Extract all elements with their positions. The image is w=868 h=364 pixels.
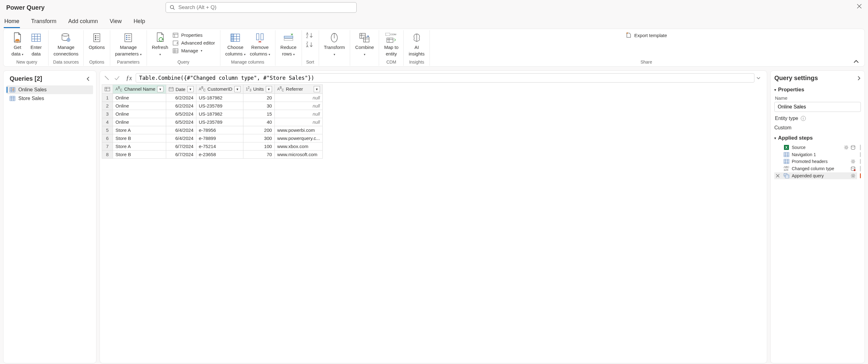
confirm-formula-button[interactable] [114,76,122,80]
table-row[interactable]: 4Online6/5/2024US-23578940null [102,118,323,126]
map-to-entity-button[interactable]: CDM Map to entity [382,31,400,58]
remove-columns-button[interactable]: Remove columns ▾ [248,31,272,58]
tab-view[interactable]: View [109,17,122,27]
properties-button[interactable]: Properties [170,31,204,39]
cell[interactable]: US-235789 [196,118,243,126]
properties-section-toggle[interactable]: ▾ Properties [774,87,861,93]
cell[interactable]: null [275,94,322,102]
table-row[interactable]: 6Store B6/4/2024e-78899300www.powerquery… [102,134,323,142]
applied-step[interactable]: Appended query [774,172,857,179]
type-icon[interactable]: ABC [199,86,206,92]
options-button[interactable]: Options [87,31,107,58]
combine-button[interactable]: Combine ▾ [353,31,376,58]
type-icon[interactable]: ABC [116,86,122,92]
table-row[interactable]: 7Store A6/7/2024e-75214100www.xbox.com [102,142,323,150]
table-row[interactable]: 1Online6/2/2024US-18798220null [102,94,323,102]
cell[interactable]: e-75214 [196,142,243,150]
close-button[interactable] [856,3,862,9]
row-number[interactable]: 7 [102,142,113,150]
cell[interactable]: 6/5/2024 [166,110,196,118]
cell[interactable]: US-235789 [196,102,243,110]
get-data-button[interactable]: Get data ▾ [8,31,27,58]
database-icon[interactable] [850,166,856,171]
column-header[interactable]: ABCCustomerID▼ [196,85,243,94]
applied-step[interactable]: ABC123Changed column type [774,165,857,172]
sort-asc-button[interactable]: AZ [305,31,316,39]
cell[interactable]: 6/5/2024 [166,118,196,126]
cell[interactable]: Online [113,110,166,118]
delete-step-button[interactable] [775,174,780,178]
row-number[interactable]: 2 [102,102,113,110]
cell[interactable]: 300 [243,134,275,142]
choose-columns-button[interactable]: Choose columns ▾ [223,31,247,58]
cell[interactable]: 30 [243,102,275,110]
filter-button[interactable]: ▼ [266,86,272,92]
cell[interactable]: e-23658 [196,150,243,159]
cell[interactable]: null [275,118,322,126]
table-corner[interactable] [102,85,113,94]
gear-icon[interactable] [850,173,856,178]
cell[interactable]: null [275,110,322,118]
cell[interactable]: 70 [243,150,275,159]
filter-button[interactable]: ▼ [157,86,163,92]
cell[interactable]: www.powerbi.com [275,126,322,134]
cell[interactable]: 6/4/2024 [166,134,196,142]
column-header[interactable]: 123Units▼ [243,85,275,94]
enter-data-button[interactable]: Enter data [27,31,45,58]
cell[interactable]: Store A [113,142,166,150]
export-template-button[interactable]: Export template [624,31,669,39]
applied-step[interactable]: XSource [774,144,857,151]
tab-add-column[interactable]: Add column [67,17,98,27]
refresh-button[interactable]: Refresh ▾ [150,31,170,58]
gear-icon[interactable] [850,159,856,164]
type-icon[interactable] [169,87,174,91]
row-number[interactable]: 8 [102,150,113,159]
database-icon[interactable] [850,145,856,150]
row-number[interactable]: 5 [102,126,113,134]
cell[interactable]: Online [113,94,166,102]
table-row[interactable]: 5Store A6/4/2024e-78956200www.powerbi.co… [102,126,323,134]
cell[interactable]: www.microsoft.com [275,150,322,159]
cell[interactable]: 6/7/2024 [166,142,196,150]
collapse-queries-button[interactable] [86,76,90,81]
cell[interactable]: 15 [243,110,275,118]
cell[interactable]: Online [113,102,166,110]
manage-button[interactable]: Manage ▾ [170,47,204,54]
gear-icon[interactable] [843,145,849,150]
applied-step[interactable]: Navigation 1 [774,151,857,158]
cell[interactable]: US-187982 [196,110,243,118]
type-icon[interactable]: 123 [246,86,251,92]
row-number[interactable]: 3 [102,110,113,118]
data-table[interactable]: ABCChannel Name▼Date▼ABCCustomerID▼123Un… [102,84,323,159]
cell[interactable]: e-78899 [196,134,243,142]
cell[interactable]: 6/2/2024 [166,102,196,110]
cell[interactable]: 6/4/2024 [166,126,196,134]
sort-desc-button[interactable]: ZA [305,41,316,48]
tab-help[interactable]: Help [133,17,146,27]
table-row[interactable]: 3Online6/5/2024US-18798215null [102,110,323,118]
tab-home[interactable]: Home [4,17,20,28]
query-name-input[interactable] [774,102,861,112]
cell[interactable]: null [275,102,322,110]
cell[interactable]: 6/2/2024 [166,94,196,102]
transform-button[interactable]: Transform ▾ [322,31,347,58]
cell[interactable]: www.powerquery.c... [275,134,322,142]
row-number[interactable]: 4 [102,118,113,126]
advanced-editor-button[interactable]: Advanced editor [170,39,217,47]
applied-steps-section-toggle[interactable]: ▾ Applied steps [774,135,861,141]
info-icon[interactable]: i [801,116,806,121]
cell[interactable]: 100 [243,142,275,150]
applied-step[interactable]: Promoted headers [774,158,857,165]
cell[interactable]: 20 [243,94,275,102]
cancel-formula-button[interactable] [104,76,112,80]
column-header[interactable]: ABCChannel Name▼ [113,85,166,94]
search-box[interactable] [165,2,356,13]
expand-formula-button[interactable] [756,76,764,80]
column-header[interactable]: Date▼ [166,85,196,94]
filter-button[interactable]: ▼ [234,86,241,92]
tab-transform[interactable]: Transform [31,17,57,27]
row-number[interactable]: 1 [102,94,113,102]
cell[interactable]: 40 [243,118,275,126]
collapse-ribbon-button[interactable] [854,59,859,63]
cell[interactable]: US-187982 [196,94,243,102]
